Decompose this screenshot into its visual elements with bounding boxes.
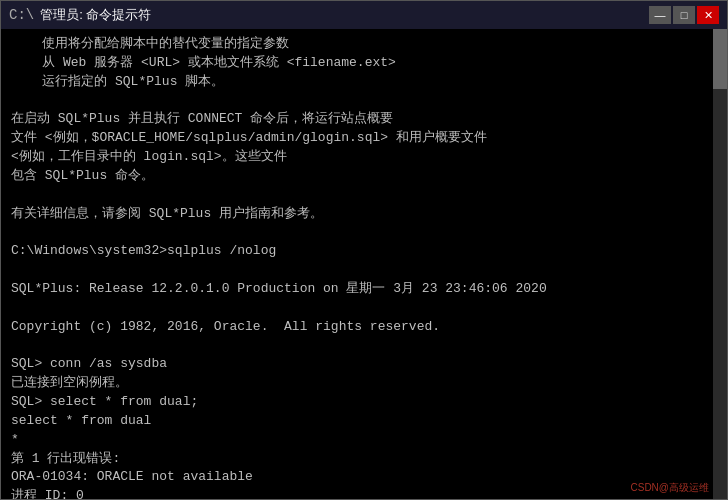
console-line (11, 337, 717, 356)
console-line (11, 223, 717, 242)
console-line: 进程 ID: 0 (11, 487, 717, 499)
console-line (11, 186, 717, 205)
scrollbar-track[interactable] (713, 29, 727, 499)
console-line: 包含 SQL*Plus 命令。 (11, 167, 717, 186)
title-bar: C:\ 管理员: 命令提示符 — □ ✕ (1, 1, 727, 29)
cmd-window: C:\ 管理员: 命令提示符 — □ ✕ 使用将分配给脚本中的替代变量的指定参数… (0, 0, 728, 500)
console-line: 从 Web 服务器 <URL> 或本地文件系统 <filename.ext> (11, 54, 717, 73)
console-line: 已连接到空闲例程。 (11, 374, 717, 393)
maximize-button[interactable]: □ (673, 6, 695, 24)
console-line: select * from dual (11, 412, 717, 431)
console-line: 在启动 SQL*Plus 并且执行 CONNECT 命令后，将运行站点概要 (11, 110, 717, 129)
console-line: SQL*Plus: Release 12.2.0.1.0 Production … (11, 280, 717, 299)
title-bar-title: 管理员: 命令提示符 (40, 6, 151, 24)
watermark: CSDN@高级运维 (631, 481, 710, 496)
console-line: 第 1 行出现错误: (11, 450, 717, 469)
console-area[interactable]: 使用将分配给脚本中的替代变量的指定参数 从 Web 服务器 <URL> 或本地文… (1, 29, 727, 499)
console-line: * (11, 431, 717, 450)
console-line: C:\Windows\system32>sqlplus /nolog (11, 242, 717, 261)
console-line: SQL> select * from dual; (11, 393, 717, 412)
console-line: 运行指定的 SQL*Plus 脚本。 (11, 73, 717, 92)
title-bar-buttons: — □ ✕ (649, 6, 719, 24)
title-bar-left: C:\ 管理员: 命令提示符 (9, 6, 151, 24)
console-line: Copyright (c) 1982, 2016, Oracle. All ri… (11, 318, 717, 337)
console-line: 文件 <例如，$ORACLE_HOME/sqlplus/admin/glogin… (11, 129, 717, 148)
console-line (11, 92, 717, 111)
scrollbar-thumb[interactable] (713, 29, 727, 89)
minimize-button[interactable]: — (649, 6, 671, 24)
close-button[interactable]: ✕ (697, 6, 719, 24)
console-line: 有关详细信息，请参阅 SQL*Plus 用户指南和参考。 (11, 205, 717, 224)
console-line: ORA-01034: ORACLE not available (11, 468, 717, 487)
console-line: SQL> conn /as sysdba (11, 355, 717, 374)
console-line (11, 299, 717, 318)
console-line: 使用将分配给脚本中的替代变量的指定参数 (11, 35, 717, 54)
console-line (11, 261, 717, 280)
cmd-icon: C:\ (9, 7, 34, 23)
console-line: <例如，工作目录中的 login.sql>。这些文件 (11, 148, 717, 167)
